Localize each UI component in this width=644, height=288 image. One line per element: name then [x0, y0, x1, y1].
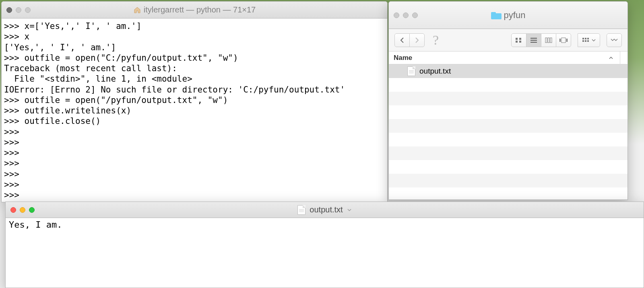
view-group — [511, 33, 571, 47]
terminal-titlebar[interactable]: itylergarrett — python — 71×17 — [2, 2, 387, 19]
empty-row — [389, 92, 627, 105]
editor-titlebar[interactable]: output.txt — [6, 202, 644, 218]
zoom-button[interactable] — [25, 7, 31, 13]
svg-rect-7 — [530, 42, 537, 43]
nav-group — [394, 33, 425, 47]
minimize-button[interactable] — [403, 12, 409, 18]
svg-rect-13 — [566, 39, 568, 42]
folder-icon — [491, 11, 502, 19]
sort-indicator — [609, 56, 613, 60]
editor-title: output.txt — [6, 205, 644, 215]
editor-title-text: output.txt — [310, 205, 343, 214]
empty-row — [389, 174, 627, 187]
arrange-group — [578, 33, 600, 47]
svg-rect-19 — [587, 40, 589, 42]
zoom-button[interactable] — [412, 12, 418, 18]
minimize-button[interactable] — [20, 207, 25, 213]
empty-row — [389, 119, 627, 133]
traffic-lights — [10, 207, 35, 213]
editor-content[interactable]: Yes, I am. — [6, 218, 644, 288]
svg-rect-6 — [530, 40, 537, 41]
back-button[interactable] — [394, 33, 410, 47]
traffic-lights — [394, 12, 418, 18]
svg-rect-18 — [585, 40, 586, 42]
document-icon — [407, 66, 415, 76]
svg-rect-9 — [548, 38, 549, 43]
finder-title: pyfun — [389, 10, 627, 21]
terminal-title-text: itylergarrett — python — 71×17 — [144, 5, 256, 14]
empty-row — [389, 78, 627, 92]
svg-rect-16 — [587, 38, 589, 39]
svg-rect-4 — [519, 41, 521, 43]
forward-button[interactable] — [409, 33, 425, 47]
svg-rect-8 — [545, 38, 547, 43]
svg-rect-3 — [516, 41, 518, 43]
empty-row — [389, 146, 627, 160]
list-header[interactable]: Name — [389, 51, 627, 64]
traffic-lights — [6, 7, 31, 13]
svg-rect-12 — [561, 38, 566, 43]
more-button[interactable] — [607, 33, 622, 47]
home-icon — [133, 6, 141, 14]
zoom-button[interactable] — [29, 207, 35, 213]
list-view-button[interactable] — [526, 33, 541, 47]
svg-rect-14 — [582, 38, 584, 39]
svg-rect-1 — [516, 38, 518, 40]
file-list[interactable]: output.txt — [389, 64, 627, 200]
svg-rect-5 — [530, 38, 537, 39]
column-view-button[interactable] — [541, 33, 556, 47]
arrange-button[interactable] — [578, 33, 600, 47]
file-row[interactable]: output.txt — [389, 64, 627, 78]
finder-window: pyfun ? — [388, 1, 628, 200]
editor-window: output.txt Yes, I am. — [5, 202, 644, 288]
column-name[interactable]: Name — [389, 54, 609, 62]
close-button[interactable] — [394, 12, 399, 18]
svg-rect-2 — [519, 38, 521, 40]
coverflow-view-button[interactable] — [556, 33, 571, 47]
svg-text:?: ? — [433, 33, 439, 47]
close-button[interactable] — [10, 207, 16, 213]
close-button[interactable] — [6, 7, 12, 13]
document-icon — [297, 205, 305, 215]
empty-row — [389, 105, 627, 119]
terminal-window: itylergarrett — python — 71×17 >>> x=['Y… — [1, 1, 388, 202]
empty-row — [389, 160, 627, 174]
terminal-output[interactable]: >>> x=['Yes,',' I', ' am.'] >>> x ['Yes,… — [2, 19, 387, 202]
finder-titlebar[interactable]: pyfun — [389, 2, 627, 29]
svg-rect-10 — [550, 38, 552, 43]
empty-row — [389, 133, 627, 146]
chevron-down-icon[interactable] — [347, 208, 352, 212]
svg-rect-17 — [582, 40, 584, 42]
icon-view-button[interactable] — [511, 33, 526, 47]
svg-rect-11 — [559, 39, 561, 42]
minimize-button[interactable] — [16, 7, 21, 13]
svg-rect-15 — [585, 38, 586, 39]
file-name: output.txt — [419, 67, 451, 76]
help-icon[interactable]: ? — [431, 33, 442, 48]
terminal-title: itylergarrett — python — 71×17 — [2, 5, 387, 14]
finder-toolbar: ? — [389, 29, 627, 51]
finder-title-text: pyfun — [504, 10, 526, 21]
